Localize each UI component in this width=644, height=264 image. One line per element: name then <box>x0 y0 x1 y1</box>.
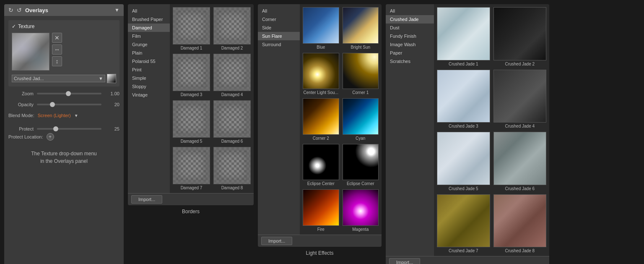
tx-cat-all[interactable]: All <box>386 7 434 15</box>
list-item[interactable]: Damaged 6 <box>212 99 252 145</box>
sync-icon[interactable]: ↺ <box>17 7 22 13</box>
list-item[interactable]: Damaged 3 <box>171 52 211 98</box>
borders-cat-polaroid[interactable]: Polaroid 55 <box>128 57 170 65</box>
borders-cat-simple[interactable]: Simple <box>128 74 170 82</box>
le-blue-label: Blue <box>317 45 325 50</box>
borders-category-list: All Brushed Paper Damaged Film Grunge Pl… <box>128 4 170 193</box>
damaged-5-thumbnail <box>173 100 210 138</box>
protect-slider[interactable] <box>37 128 101 130</box>
list-item[interactable]: Blue <box>301 6 340 51</box>
le-cat-sunflare[interactable]: Sun Flare <box>258 32 300 40</box>
list-item[interactable]: Damaged 7 <box>171 146 211 191</box>
opacity-slider[interactable] <box>37 104 101 105</box>
color-swatch[interactable] <box>107 74 116 83</box>
borders-cat-film[interactable]: Film <box>128 32 170 40</box>
list-item[interactable]: Damaged 4 <box>212 52 252 98</box>
le-magenta-thumbnail <box>343 189 379 226</box>
list-item[interactable]: Crushed Jade 2 <box>492 6 548 68</box>
list-item[interactable]: Magenta <box>341 188 380 233</box>
borders-cat-plain[interactable]: Plain <box>128 49 170 57</box>
list-item[interactable]: Bright Sun <box>341 6 380 51</box>
zoom-slider[interactable] <box>37 93 101 94</box>
light-effects-panel: All Corner Side Sun Flare Surround Blue … <box>258 4 382 247</box>
tx-cat-fundy[interactable]: Fundy Finish <box>386 32 434 40</box>
borders-cat-print[interactable]: Print <box>128 65 170 74</box>
cj4-label: Crushed Jade 4 <box>505 124 535 128</box>
list-item[interactable]: Crushed Jade 7 <box>436 193 491 255</box>
cj8-thumbnail <box>493 194 547 248</box>
texture-name-dropdown[interactable]: Crushed Jad... ▼ <box>12 75 105 82</box>
damaged-2-thumbnail <box>213 7 251 44</box>
le-magenta-label: Magenta <box>352 227 369 232</box>
borders-cat-grunge[interactable]: Grunge <box>128 40 170 49</box>
overlays-header: ↻ ↺ Overlays ▼ <box>4 4 124 16</box>
list-item[interactable]: Damaged 8 <box>212 146 252 191</box>
protect-location-label: Protect Location: <box>8 134 43 139</box>
flip-arrows-button[interactable]: ↔ <box>52 44 62 55</box>
flip-vertical-button[interactable]: ↕ <box>52 56 62 66</box>
blend-mode-arrow[interactable]: ▼ <box>74 113 78 118</box>
texture-name-value: Crushed Jad... <box>14 76 44 81</box>
textures-import-bar: Import... <box>386 256 549 264</box>
light-effects-import-button[interactable]: Import... <box>261 237 292 245</box>
texture-label: Texture <box>18 24 34 29</box>
le-cyan-thumbnail <box>343 98 379 135</box>
borders-thumb-grid: Damaged 1 Damaged 2 Damaged 3 Damaged 4 <box>170 4 254 193</box>
le-corner2-thumbnail <box>303 98 339 135</box>
list-item[interactable]: Crushed Jade 8 <box>492 193 548 255</box>
borders-cat-damaged[interactable]: Damaged <box>128 24 170 32</box>
list-item[interactable]: Damaged 1 <box>171 6 211 52</box>
list-item[interactable]: Crushed Jade 5 <box>436 131 491 192</box>
list-item[interactable]: Corner 2 <box>301 97 340 142</box>
protect-label: Protect <box>8 126 34 131</box>
le-fire-label: Fire <box>317 227 325 232</box>
list-item[interactable]: Center Light Sou... <box>301 52 340 97</box>
texture-checkbox[interactable]: ✓ <box>12 24 16 29</box>
tx-cat-image-wash[interactable]: Image Wash <box>386 40 434 49</box>
le-cat-surround[interactable]: Surround <box>258 40 300 49</box>
tx-cat-scratches[interactable]: Scratches <box>386 57 434 65</box>
list-item[interactable]: Damaged 5 <box>171 99 211 145</box>
list-item[interactable]: Eclipse Corner <box>341 143 380 188</box>
panel-expand-icon[interactable]: ▼ <box>114 7 119 13</box>
opacity-label: Opacity <box>8 102 34 107</box>
list-item[interactable]: Corner 1 <box>341 52 380 97</box>
list-item[interactable]: Crushed Jade 6 <box>492 131 548 192</box>
list-item[interactable]: Damaged 2 <box>212 6 252 52</box>
tx-cat-crushed-jade[interactable]: Crushed Jade <box>386 15 434 24</box>
le-cat-side[interactable]: Side <box>258 24 300 32</box>
le-cat-all[interactable]: All <box>258 7 300 15</box>
le-center-light-thumbnail <box>303 53 339 89</box>
cj3-thumbnail <box>437 70 490 123</box>
light-effects-panel-wrapper: All Corner Side Sun Flare Surround Blue … <box>258 4 382 264</box>
textures-import-button[interactable]: Import... <box>389 258 420 264</box>
borders-cat-brushed[interactable]: Brushed Paper <box>128 15 170 24</box>
list-item[interactable]: Fire <box>301 188 340 233</box>
list-item[interactable]: Crushed Jade 1 <box>436 6 491 68</box>
reset-icon[interactable]: ↻ <box>8 7 13 13</box>
flip-horizontal-button[interactable]: ✕ <box>52 33 62 43</box>
le-blue-thumbnail <box>303 7 339 44</box>
borders-cat-vintage[interactable]: Vintage <box>128 91 170 99</box>
damaged-7-label: Damaged 7 <box>181 186 203 190</box>
list-item[interactable]: Crushed Jade 4 <box>492 68 548 130</box>
borders-import-button[interactable]: Import... <box>131 195 162 204</box>
borders-cat-sloppy[interactable]: Sloppy <box>128 82 170 91</box>
list-item[interactable]: Crushed Jade 3 <box>436 68 491 130</box>
list-item[interactable]: Cyan <box>341 97 380 142</box>
protect-location-button[interactable]: + <box>47 133 54 141</box>
damaged-7-thumbnail <box>173 147 210 184</box>
cj5-thumbnail <box>437 132 490 185</box>
cj7-thumbnail <box>437 194 490 248</box>
borders-cat-all[interactable]: All <box>128 7 170 15</box>
list-item[interactable]: Eclipse Center <box>301 143 340 188</box>
cj7-label: Crushed Jade 7 <box>449 248 478 253</box>
le-eclipse-center-label: Eclipse Center <box>307 181 335 186</box>
tx-cat-paper[interactable]: Paper <box>386 49 434 57</box>
damaged-6-thumbnail <box>213 100 251 138</box>
tx-cat-dust[interactable]: Dust <box>386 24 434 32</box>
overlays-title: Overlays <box>25 7 48 13</box>
le-cat-corner[interactable]: Corner <box>258 15 300 24</box>
cj8-label: Crushed Jade 8 <box>505 248 535 253</box>
damaged-1-thumbnail <box>173 7 210 44</box>
